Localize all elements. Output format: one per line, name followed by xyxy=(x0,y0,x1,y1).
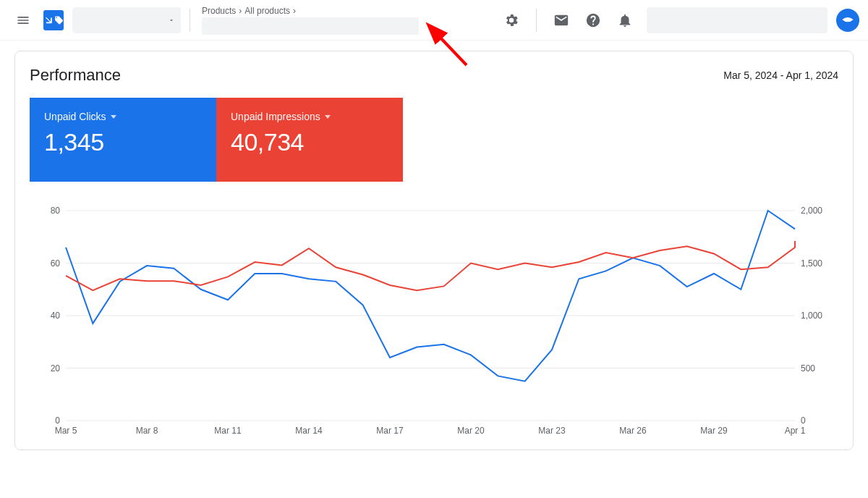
svg-text:0: 0 xyxy=(801,415,806,426)
menu-icon[interactable] xyxy=(9,6,38,35)
metric-card-unpaid-impressions[interactable]: Unpaid Impressions 40,734 xyxy=(216,98,403,182)
metric-value: 40,734 xyxy=(231,128,388,156)
divider xyxy=(536,9,537,32)
card-title: Performance xyxy=(30,66,121,85)
svg-text:Mar 29: Mar 29 xyxy=(700,426,728,436)
mail-icon[interactable] xyxy=(545,4,577,36)
dropdown-icon xyxy=(111,115,116,119)
svg-text:Mar 26: Mar 26 xyxy=(619,426,647,436)
divider xyxy=(190,9,190,32)
account-selector[interactable] xyxy=(72,7,181,33)
metric-value: 1,345 xyxy=(44,128,202,156)
svg-text:Mar 23: Mar 23 xyxy=(538,426,566,436)
performance-chart[interactable]: 02040608005001,0001,5002,000Mar 5Mar 8Ma… xyxy=(30,203,838,442)
svg-text:60: 60 xyxy=(51,258,61,269)
breadcrumb-item[interactable]: All products xyxy=(244,6,290,16)
help-icon[interactable] xyxy=(577,4,609,36)
metric-cards: Unpaid Clicks 1,345 Unpaid Impressions 4… xyxy=(30,98,838,182)
metric-card-unpaid-clicks[interactable]: Unpaid Clicks 1,345 xyxy=(30,98,216,182)
merchant-center-logo[interactable] xyxy=(43,10,64,30)
svg-text:80: 80 xyxy=(51,206,61,216)
metric-label: Unpaid Impressions xyxy=(231,111,320,122)
svg-text:40: 40 xyxy=(51,311,61,321)
svg-text:1,000: 1,000 xyxy=(801,311,822,321)
performance-card: Performance Mar 5, 2024 - Apr 1, 2024 Un… xyxy=(14,51,854,450)
chevron-right-icon: › xyxy=(239,6,242,16)
page-title-redacted xyxy=(202,17,419,35)
svg-text:500: 500 xyxy=(801,363,815,374)
svg-text:Mar 14: Mar 14 xyxy=(295,426,323,436)
svg-text:Mar 5: Mar 5 xyxy=(55,426,77,436)
chevron-right-icon: › xyxy=(293,6,296,16)
settings-icon[interactable] xyxy=(495,4,527,36)
extension-badge[interactable] xyxy=(836,9,859,32)
breadcrumb-item[interactable]: Products xyxy=(202,6,236,16)
svg-text:Mar 20: Mar 20 xyxy=(457,426,485,436)
account-info-redacted[interactable] xyxy=(647,7,827,33)
svg-text:Apr 1: Apr 1 xyxy=(785,426,806,436)
app-header: Products › All products › xyxy=(0,0,868,41)
svg-text:0: 0 xyxy=(55,415,60,426)
svg-text:2,000: 2,000 xyxy=(801,206,822,216)
dropdown-icon xyxy=(325,115,331,119)
metric-label: Unpaid Clicks xyxy=(44,111,106,122)
date-range[interactable]: Mar 5, 2024 - Apr 1, 2024 xyxy=(723,69,838,81)
breadcrumb[interactable]: Products › All products › xyxy=(202,6,419,16)
svg-text:1,500: 1,500 xyxy=(801,258,822,269)
svg-text:Mar 11: Mar 11 xyxy=(214,426,242,436)
svg-text:Mar 8: Mar 8 xyxy=(136,426,158,436)
notifications-icon[interactable] xyxy=(609,4,641,36)
breadcrumb-area: Products › All products › xyxy=(202,6,419,35)
svg-text:Mar 17: Mar 17 xyxy=(376,426,404,436)
svg-text:20: 20 xyxy=(51,363,61,374)
dropdown-icon xyxy=(168,17,175,24)
